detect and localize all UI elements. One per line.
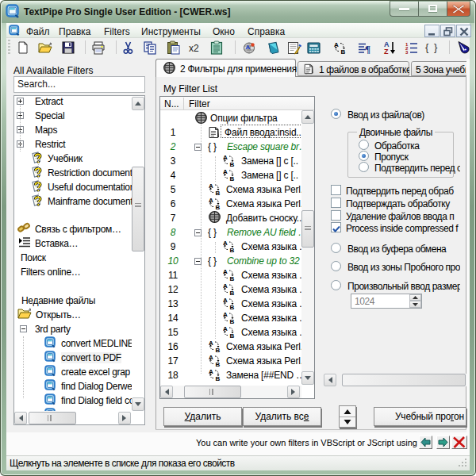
svg-text:Z: Z	[384, 48, 389, 55]
svg-text:B: B	[341, 48, 346, 55]
svg-text:3: 3	[405, 50, 409, 54]
svg-text:¶: ¶	[365, 43, 370, 54]
